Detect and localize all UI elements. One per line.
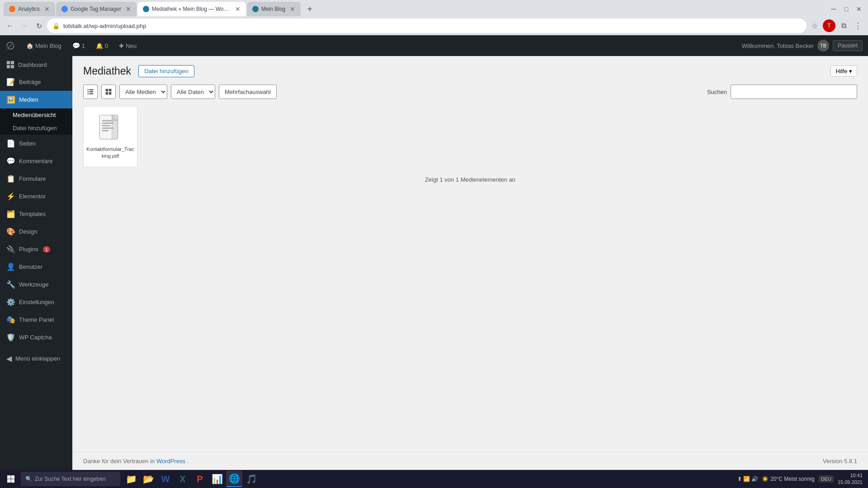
address-text: tobitalk.at/wp-admin/upload.php (63, 23, 146, 29)
kommentare-icon: 💬 (6, 157, 15, 165)
sidebar-item-werkzeuge[interactable]: 🔧 Werkzeuge (0, 276, 72, 293)
wp-footer: Danke für dein Vertrauen in WordPress . … (72, 452, 868, 470)
date-text: 15.09.2021 (838, 479, 863, 486)
sidebar-item-theme-panel[interactable]: 🎭 Theme Panel (0, 311, 72, 328)
taskbar-app-powerpoint[interactable]: P (192, 471, 208, 487)
reload-button[interactable]: ↻ (33, 19, 45, 32)
sidebar-item-kommentare[interactable]: 💬 Kommentare (0, 152, 72, 170)
tab-wp-media-close[interactable]: ✕ (235, 5, 241, 13)
sidebar-item-collapse[interactable]: ◀ Menü einklappen (0, 350, 72, 367)
mehrfachauswahl-button[interactable]: Mehrfachauswahl (219, 84, 277, 99)
sidebar-item-plugins[interactable]: 🔌 Plugins 1 (0, 240, 72, 258)
new-tab-button[interactable]: + (302, 2, 317, 16)
taskbar-app-excel[interactable]: X (175, 471, 191, 487)
language-indicator: DEU (818, 475, 834, 483)
admin-bar-comments[interactable]: 💬 1 (67, 35, 90, 56)
address-bar[interactable]: 🔒 tobitalk.at/wp-admin/upload.php (47, 19, 807, 33)
sidebar-templates-label: Templates (19, 211, 46, 217)
media-item-kontaktformular[interactable]: Kontaktformular_Tracking.pdf (83, 106, 137, 167)
all-dates-select[interactable]: Alle Daten (171, 84, 215, 99)
design-icon: 🎨 (6, 227, 15, 236)
tab-wp-media[interactable]: Mediathek « Mein Blog — Wordi... ✕ (137, 2, 246, 16)
dashboard-icon (6, 61, 14, 69)
admin-bar-right: Willkommen, Tobias Becker TB Pausiert (742, 40, 868, 52)
sidebar-item-wp-captcha[interactable]: 🛡️ WP Captcha (0, 328, 72, 346)
version-text: Version 5.8.1 (823, 458, 857, 465)
tab-analytics[interactable]: Analytics ✕ (4, 2, 55, 16)
profile-button[interactable]: T (823, 19, 835, 32)
einstellungen-icon: ⚙️ (6, 298, 15, 306)
svg-rect-12 (106, 92, 108, 95)
grid-view-button[interactable] (101, 84, 116, 99)
footer-left: Danke für dein Vertrauen in WordPress . (83, 458, 189, 465)
windows-icon (7, 475, 14, 483)
sidebar-item-medien-uebersicht[interactable]: Medienübersicht (0, 108, 72, 122)
extensions-button[interactable]: ⧉ (837, 19, 850, 32)
tab-wp-media-label: Mediathek « Mein Blog — Wordi... (152, 6, 231, 12)
search-icon: 🔍 (25, 476, 32, 482)
list-view-button[interactable] (83, 84, 98, 99)
tab-mein-blog-close[interactable]: ✕ (290, 5, 295, 13)
sidebar-werkzeuge-label: Werkzeuge (19, 281, 49, 288)
media-grid: Kontaktformular_Tracking.pdf (83, 106, 857, 167)
all-media-select[interactable]: Alle Medien (119, 84, 167, 99)
new-label: Neu (126, 42, 137, 49)
medien-uebersicht-label: Medienübersicht (13, 112, 56, 118)
greeting-text: Willkommen, Tobias Becker (742, 42, 814, 49)
sidebar-item-design[interactable]: 🎨 Design (0, 223, 72, 240)
admin-bar-ping[interactable]: 🔔 0 (90, 35, 113, 56)
admin-bar-new[interactable]: ✚ Neu (113, 35, 142, 56)
sidebar-item-seiten[interactable]: 📄 Seiten (0, 135, 72, 152)
sidebar-item-dashboard[interactable]: Dashboard (0, 56, 72, 73)
house-icon: 🏠 (26, 42, 33, 49)
svg-rect-3 (11, 65, 14, 68)
sidebar-item-benutzer[interactable]: 👤 Benutzer (0, 258, 72, 276)
taskbar-search[interactable]: 🔍 Zur Suche Text hier eingeben (21, 472, 120, 486)
svg-rect-4 (88, 89, 89, 90)
svg-rect-10 (106, 89, 108, 92)
theme-icon: 🎭 (6, 315, 15, 324)
forward-button[interactable]: → (18, 19, 31, 32)
bookmark-button[interactable]: ☆ (808, 19, 821, 32)
tab-mein-blog[interactable]: Mein Blog ✕ (247, 2, 301, 16)
svg-rect-9 (90, 93, 94, 94)
tab-gtm[interactable]: Google Tag Manager ✕ (56, 2, 137, 16)
browser-menu-button[interactable]: ⋮ (852, 19, 864, 32)
sidebar-item-datei-hinzufuegen[interactable]: Datei hinzufügen (0, 122, 72, 135)
taskbar-app-spotify[interactable]: 🎵 (243, 471, 259, 487)
sidebar-item-templates[interactable]: 🗂️ Templates (0, 205, 72, 223)
tab-gtm-close[interactable]: ✕ (126, 5, 131, 13)
paused-button[interactable]: Pausiert (833, 40, 863, 51)
taskbar-app-explorer[interactable]: 📂 (140, 471, 156, 487)
taskbar-app-word[interactable]: W (157, 471, 174, 487)
minimize-button[interactable]: ─ (828, 4, 839, 14)
admin-bar-site[interactable]: 🏠 Mein Blog (21, 35, 67, 56)
start-button[interactable] (2, 470, 20, 488)
site-name: Mein Blog (35, 42, 61, 49)
sidebar-einstellungen-label: Einstellungen (19, 299, 54, 305)
add-file-button[interactable]: Datei hinzufügen (138, 65, 194, 77)
hilfe-button[interactable]: Hilfe ▾ (830, 66, 857, 77)
gtm-favicon (61, 6, 68, 12)
sidebar-item-medien[interactable]: 🖼️ Medien (0, 91, 72, 108)
svg-rect-7 (90, 91, 94, 92)
sidebar-item-beitraege[interactable]: 📝 Beiträge (0, 73, 72, 91)
back-button[interactable]: ← (4, 19, 16, 32)
maximize-button[interactable]: □ (841, 4, 852, 14)
main-content: Mediathek Datei hinzufügen Hilfe ▾ Alle … (72, 56, 868, 470)
taskbar-app-files[interactable]: 📁 (123, 471, 139, 487)
sidebar: Dashboard 📝 Beiträge 🖼️ Medien Medienübe… (0, 56, 72, 470)
taskbar-app-chrome[interactable]: 🌐 (226, 471, 242, 487)
search-input[interactable] (731, 84, 857, 99)
taskbar-app-misc[interactable]: 📊 (209, 471, 225, 487)
sidebar-item-formulare[interactable]: 📋 Formulare (0, 170, 72, 188)
wordpress-link[interactable]: WordPress (156, 458, 185, 465)
tab-analytics-close[interactable]: ✕ (44, 5, 50, 13)
wp-logo-button[interactable] (0, 35, 21, 56)
svg-rect-2 (7, 65, 10, 68)
tab-gtm-label: Google Tag Manager (71, 6, 121, 12)
close-window-button[interactable]: ✕ (854, 4, 864, 14)
user-avatar[interactable]: TB (817, 40, 829, 52)
sidebar-item-elementor[interactable]: ⚡ Elementor (0, 188, 72, 205)
sidebar-item-einstellungen[interactable]: ⚙️ Einstellungen (0, 293, 72, 311)
